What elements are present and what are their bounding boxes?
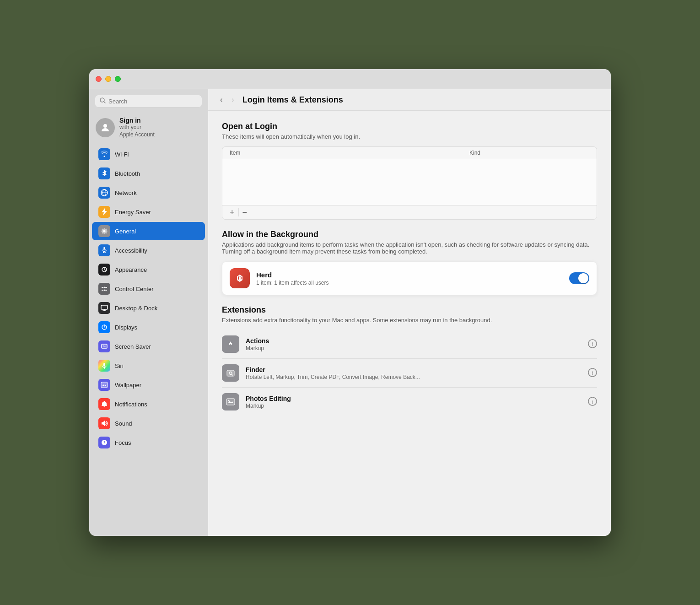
svg-rect-30: [226, 399, 235, 405]
sidebar-item-screensaver[interactable]: Screen Saver: [92, 337, 205, 356]
sidebar-item-notifications[interactable]: Notifications: [92, 395, 205, 413]
herd-toggle[interactable]: [569, 272, 589, 284]
open-at-login-desc: These items will open automatically when…: [222, 133, 597, 140]
desktop-label: Desktop & Dock: [115, 305, 157, 312]
finder-name: Finder: [246, 366, 582, 373]
herd-name: Herd: [256, 271, 563, 279]
sidebar-item-siri[interactable]: Siri: [92, 357, 205, 375]
herd-subtitle: 1 item: 1 item affects all users: [256, 280, 563, 286]
notifications-label: Notifications: [115, 401, 147, 408]
actions-icon: [222, 335, 239, 353]
account-row[interactable]: Sign in with yourApple Account: [89, 113, 208, 145]
maximize-button[interactable]: [115, 76, 121, 82]
ext-item-photos: Photos Editing Markup i: [222, 388, 597, 416]
wallpaper-icon: [98, 379, 110, 391]
svg-point-7: [103, 247, 105, 249]
sidebar-item-sound[interactable]: Sound: [92, 414, 205, 432]
svg-rect-21: [101, 382, 108, 388]
svg-line-1: [104, 102, 105, 103]
account-text: Sign in with yourApple Account: [119, 117, 155, 138]
search-bar[interactable]: [95, 95, 202, 108]
open-at-login-title: Open at Login: [222, 122, 597, 131]
general-label: General: [115, 228, 136, 235]
account-subtitle: with yourApple Account: [119, 124, 155, 138]
notifications-icon: [98, 398, 110, 410]
svg-text:i: i: [592, 399, 593, 405]
main-window: Sign in with yourApple Account Wi-Fi: [89, 69, 611, 536]
actions-text: Actions Markup: [246, 337, 582, 351]
back-button[interactable]: ‹: [217, 95, 225, 105]
network-label: Network: [115, 189, 137, 196]
table-header: Item Kind: [222, 147, 597, 159]
table-controls: + −: [222, 205, 597, 219]
search-input[interactable]: [108, 98, 197, 105]
extensions-desc: Extensions add extra functionality to yo…: [222, 317, 597, 324]
close-button[interactable]: [96, 76, 102, 82]
bluetooth-label: Bluetooth: [115, 170, 140, 177]
photos-info-button[interactable]: i: [588, 397, 597, 407]
sidebar-item-accessibility[interactable]: Accessibility: [92, 241, 205, 259]
svg-rect-25: [227, 370, 234, 376]
desktop-icon: [98, 302, 110, 314]
allow-background-title: Allow in the Background: [222, 230, 597, 239]
herd-card: Herd 1 item: 1 item affects all users: [222, 261, 597, 295]
allow-background-section: Allow in the Background Applications add…: [222, 230, 597, 295]
actions-info-button[interactable]: i: [588, 339, 597, 350]
allow-background-desc: Applications add background items to per…: [222, 241, 597, 255]
accessibility-label: Accessibility: [115, 247, 147, 254]
sound-icon: [98, 417, 110, 429]
svg-rect-15: [101, 305, 108, 309]
sidebar-item-network[interactable]: Network: [92, 184, 205, 202]
energy-icon: [98, 206, 110, 218]
sidebar-item-energy[interactable]: Energy Saver: [92, 203, 205, 221]
photos-icon: [222, 393, 239, 411]
svg-text:i: i: [592, 370, 593, 376]
sidebar-item-wallpaper[interactable]: Wallpaper: [92, 376, 205, 394]
accessibility-icon: [98, 244, 110, 256]
account-title: Sign in: [119, 117, 155, 124]
focus-icon: [98, 437, 110, 448]
ext-item-finder: Finder Rotate Left, Markup, Trim, Create…: [222, 359, 597, 388]
content-area: Sign in with yourApple Account Wi-Fi: [89, 89, 611, 536]
sidebar-item-appearance[interactable]: Appearance: [92, 260, 205, 279]
sidebar: Sign in with yourApple Account Wi-Fi: [89, 89, 208, 536]
wifi-label: Wi-Fi: [115, 151, 129, 158]
main-content: ‹ › Login Items & Extensions Open at Log…: [208, 89, 611, 536]
wallpaper-label: Wallpaper: [115, 382, 141, 389]
energy-label: Energy Saver: [115, 209, 151, 216]
scrollable-content: Open at Login These items will open auto…: [208, 111, 611, 536]
sidebar-item-wifi[interactable]: Wi-Fi: [92, 145, 205, 163]
screensaver-icon: [98, 340, 110, 352]
svg-rect-10: [105, 287, 107, 288]
open-at-login-section: Open at Login These items will open auto…: [222, 122, 597, 220]
herd-icon-inner: [230, 268, 250, 288]
col-kind: Kind: [469, 150, 589, 156]
sidebar-item-bluetooth[interactable]: Bluetooth: [92, 164, 205, 183]
titlebar: [89, 69, 611, 89]
finder-subtitle: Rotate Left, Markup, Trim, Create PDF, C…: [246, 374, 582, 380]
finder-info-button[interactable]: i: [588, 368, 597, 378]
sidebar-item-general[interactable]: General: [92, 222, 205, 240]
sidebar-item-focus[interactable]: Focus: [92, 433, 205, 452]
sidebar-item-control[interactable]: Control Center: [92, 280, 205, 298]
ext-item-actions: Actions Markup i: [222, 330, 597, 359]
bluetooth-icon: [98, 167, 110, 179]
sidebar-item-displays[interactable]: Displays: [92, 318, 205, 336]
svg-rect-12: [105, 290, 107, 291]
minimize-button[interactable]: [105, 76, 111, 82]
add-item-button[interactable]: +: [226, 207, 238, 217]
network-icon: [98, 187, 110, 199]
photos-text: Photos Editing Markup: [246, 395, 582, 409]
svg-point-13: [104, 287, 105, 288]
appearance-label: Appearance: [115, 266, 147, 273]
svg-text:i: i: [592, 341, 593, 347]
remove-item-button[interactable]: −: [239, 207, 251, 217]
control-icon: [98, 283, 110, 295]
appearance-icon: [98, 264, 110, 275]
search-icon: [100, 97, 106, 105]
forward-button[interactable]: ›: [229, 95, 237, 105]
svg-rect-11: [102, 290, 103, 291]
displays-label: Displays: [115, 324, 137, 331]
sidebar-item-desktop[interactable]: Desktop & Dock: [92, 299, 205, 317]
siri-icon: [98, 360, 110, 372]
